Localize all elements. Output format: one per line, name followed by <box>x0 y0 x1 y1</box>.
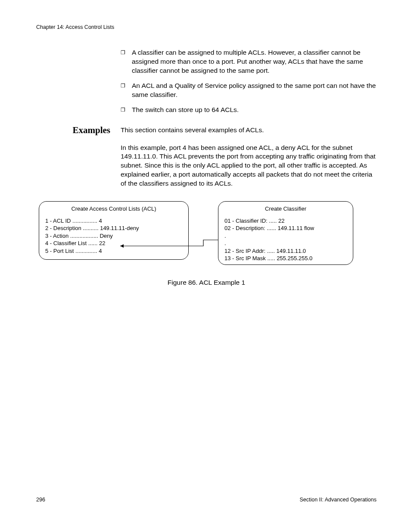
bullet-text: An ACL and a Quality of Service policy a… <box>132 81 377 100</box>
acl-panel-line: 1 - ACL ID ................ 4 <box>45 217 182 225</box>
body-column: ❒ A classifier can be assigned to multip… <box>121 48 377 115</box>
bullet-text: The switch can store up to 64 ACLs. <box>132 106 377 115</box>
examples-intro: This section contains several examples o… <box>121 125 264 136</box>
acl-panel-line: 3 - Action .................. Deny <box>45 232 182 240</box>
chapter-header: Chapter 14: Access Control Lists <box>36 24 377 30</box>
examples-row: Examples This section contains several e… <box>36 125 377 136</box>
bullet-item: ❒ A classifier can be assigned to multip… <box>121 48 377 75</box>
classifier-panel-title: Create Classifier <box>224 205 347 213</box>
bullet-marker-icon: ❒ <box>121 106 132 113</box>
figure-area: Create Access Control Lists (ACL) 1 - AC… <box>36 201 377 270</box>
acl-panel-line: 5 - Port List .............. 4 <box>45 247 182 255</box>
acl-panel: Create Access Control Lists (ACL) 1 - AC… <box>39 201 189 260</box>
classifier-panel-line: 12 - Src IP Addr: ..... 149.11.11.0 <box>224 247 347 255</box>
page-footer: 296 Section II: Advanced Operations <box>36 497 377 503</box>
acl-panel-line: 4 - Classifier List ...... 22 <box>45 240 182 247</box>
classifier-panel-line: . <box>224 232 347 240</box>
classifier-panel: Create Classifier 01 - Classifier ID: ..… <box>218 201 353 265</box>
classifier-panel-line: 01 - Classifier ID: ..... 22 <box>224 217 347 225</box>
figure-caption: Figure 86. ACL Example 1 <box>36 279 377 286</box>
example-paragraph: In this example, port 4 has been assigne… <box>121 143 377 189</box>
example-paragraph-wrap: In this example, port 4 has been assigne… <box>121 143 377 189</box>
acl-panel-line: 2 - Description .......... 149.11.11-den… <box>45 224 182 232</box>
classifier-panel-line: 13 - Src IP Mask ..... 255.255.255.0 <box>224 255 347 262</box>
page-number: 296 <box>36 497 45 503</box>
examples-heading: Examples <box>36 125 121 136</box>
classifier-panel-line: 02 - Description: ...... 149.11.11 flow <box>224 224 347 232</box>
acl-panel-title: Create Access Control Lists (ACL) <box>45 205 182 213</box>
bullet-text: A classifier can be assigned to multiple… <box>132 48 377 75</box>
bullet-item: ❒ An ACL and a Quality of Service policy… <box>121 81 377 100</box>
bullet-marker-icon: ❒ <box>121 81 132 89</box>
bullet-item: ❒ The switch can store up to 64 ACLs. <box>121 106 377 115</box>
bullet-marker-icon: ❒ <box>121 48 132 56</box>
classifier-panel-line: . <box>224 240 347 247</box>
page-container: Chapter 14: Access Control Lists ❒ A cla… <box>0 0 411 532</box>
section-label: Section II: Advanced Operations <box>299 497 377 503</box>
